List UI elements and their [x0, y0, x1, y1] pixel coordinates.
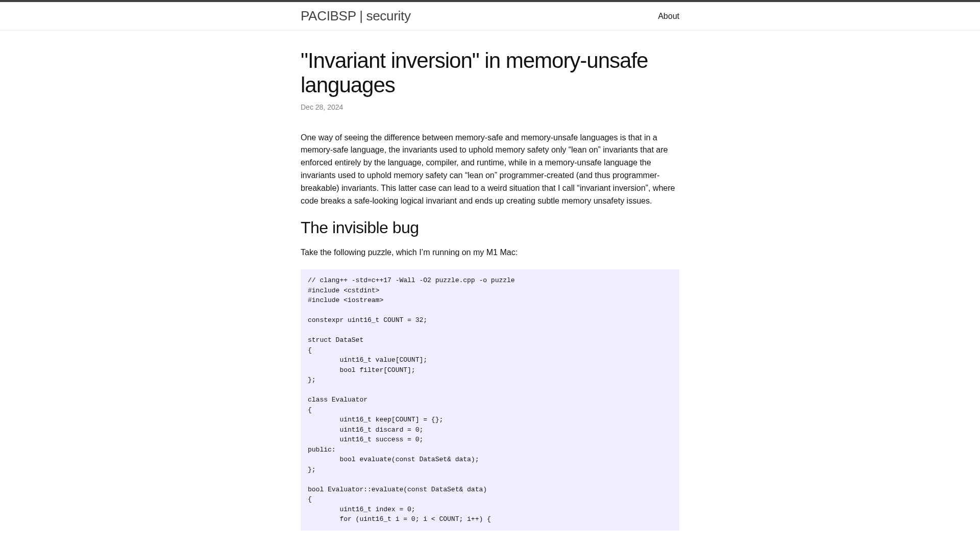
section-intro-paragraph: Take the following puzzle, which I’m run… — [301, 246, 679, 259]
post-date: Dec 28, 2024 — [301, 103, 679, 111]
site-title-link[interactable]: PACIBSP | security — [301, 8, 411, 24]
main-content: "Invariant inversion" in memory-unsafe l… — [301, 31, 679, 531]
nav-about-link[interactable]: About — [658, 12, 679, 21]
intro-paragraph: One way of seeing the difference between… — [301, 132, 679, 208]
site-header: PACIBSP | security About — [0, 2, 980, 31]
post-title: "Invariant inversion" in memory-unsafe l… — [301, 48, 679, 98]
post-body: One way of seeing the difference between… — [301, 132, 679, 531]
section-heading: The invisible bug — [301, 218, 679, 237]
code-block: // clang++ -std=c++17 -Wall -O2 puzzle.c… — [301, 269, 679, 531]
